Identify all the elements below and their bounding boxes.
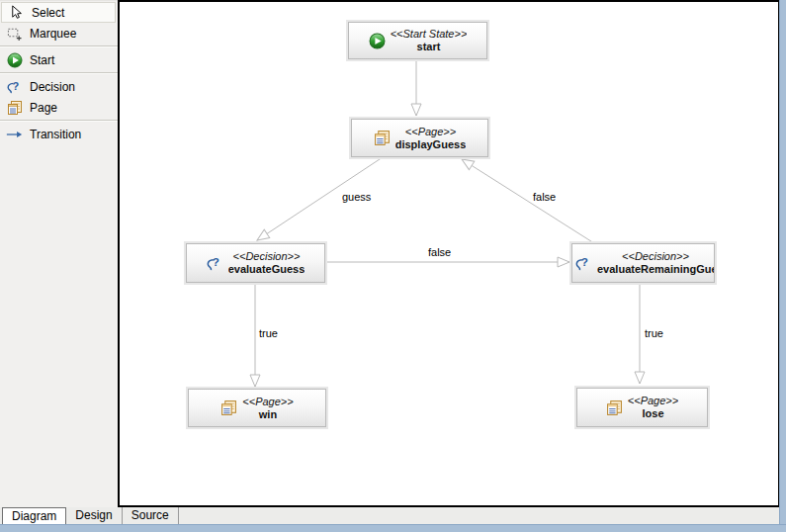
- palette-item-label: Decision: [30, 80, 75, 94]
- palette-item-label: Select: [32, 6, 64, 20]
- node-evaluateRemainingGuesses[interactable]: ? <<Decision>> evaluateRemainingGuesses: [571, 243, 715, 283]
- flow-diagram-editor: Select Marquee Start ? Decision: [0, 0, 786, 532]
- window-frame-bottom: [0, 524, 786, 532]
- page-icon: [6, 99, 23, 116]
- palette-item-transition[interactable]: Transition: [0, 124, 118, 144]
- decision-icon: ?: [207, 255, 223, 272]
- palette-separator: [0, 45, 118, 47]
- palette-separator: [0, 120, 118, 122]
- node-win[interactable]: <<Page>> win: [188, 389, 326, 427]
- node-name: win: [259, 408, 277, 421]
- node-evaluateGuess[interactable]: ? <<Decision>> evaluateGuess: [186, 243, 325, 283]
- node-name: lose: [642, 407, 663, 420]
- svg-text:?: ?: [213, 255, 219, 268]
- palette-item-decision[interactable]: ? Decision: [0, 76, 118, 97]
- node-name: evaluateRemainingGuesses: [597, 263, 714, 276]
- palette-item-select[interactable]: Select: [1, 2, 116, 23]
- node-lose[interactable]: <<Page>> lose: [576, 388, 708, 427]
- palette-item-label: Transition: [30, 128, 81, 141]
- node-stereotype: <<Start State>>: [391, 28, 468, 41]
- tab-source[interactable]: Source: [123, 507, 179, 524]
- edge-label-true-win[interactable]: true: [259, 327, 278, 339]
- diagram-canvas[interactable]: guess false false true true <<Start Stat…: [118, 0, 780, 507]
- palette-separator: [0, 72, 118, 74]
- edge-label-true-lose[interactable]: true: [645, 327, 663, 339]
- edge-label-false-return[interactable]: false: [533, 191, 556, 203]
- palette-item-marquee[interactable]: Marquee: [0, 23, 118, 44]
- edge-label-guess[interactable]: guess: [342, 191, 371, 203]
- decision-icon: ?: [6, 78, 23, 95]
- palette-item-start[interactable]: Start: [0, 49, 118, 70]
- node-stereotype: <<Decision>>: [233, 250, 301, 263]
- node-name: evaluateGuess: [228, 263, 306, 276]
- node-displayGuess[interactable]: <<Page>> displayGuess: [351, 119, 488, 157]
- node-start[interactable]: <<Start State>> start: [348, 22, 487, 59]
- node-name: displayGuess: [395, 138, 467, 151]
- start-icon: [6, 51, 23, 68]
- node-stereotype: <<Page>>: [242, 396, 293, 408]
- palette-item-label: Start: [30, 53, 54, 67]
- marquee-icon: [6, 25, 23, 42]
- edge-label-false[interactable]: false: [428, 246, 451, 258]
- page-icon: [220, 399, 237, 416]
- palette-item-page[interactable]: Page: [0, 97, 118, 118]
- transition-icon: [6, 126, 23, 142]
- node-stereotype: <<Page>>: [628, 395, 678, 407]
- svg-text:?: ?: [12, 79, 19, 91]
- node-stereotype: <<Decision>>: [622, 250, 689, 263]
- tab-design[interactable]: Design: [66, 507, 122, 524]
- tool-palette: Select Marquee Start ? Decision: [0, 0, 118, 508]
- page-icon: [606, 399, 623, 416]
- palette-item-label: Marquee: [30, 27, 76, 41]
- decision-icon: ?: [575, 255, 592, 272]
- node-stereotype: <<Page>>: [405, 126, 456, 138]
- page-icon: [374, 130, 391, 146]
- palette-item-label: Page: [30, 101, 57, 115]
- start-state-icon: [369, 33, 386, 49]
- window-frame-right: [779, 0, 786, 532]
- svg-text:?: ?: [581, 255, 588, 268]
- select-cursor-icon: [8, 4, 25, 21]
- node-name: start: [417, 41, 441, 53]
- transition-evaluateRemainingGuesses-displayGuess[interactable]: [462, 159, 594, 243]
